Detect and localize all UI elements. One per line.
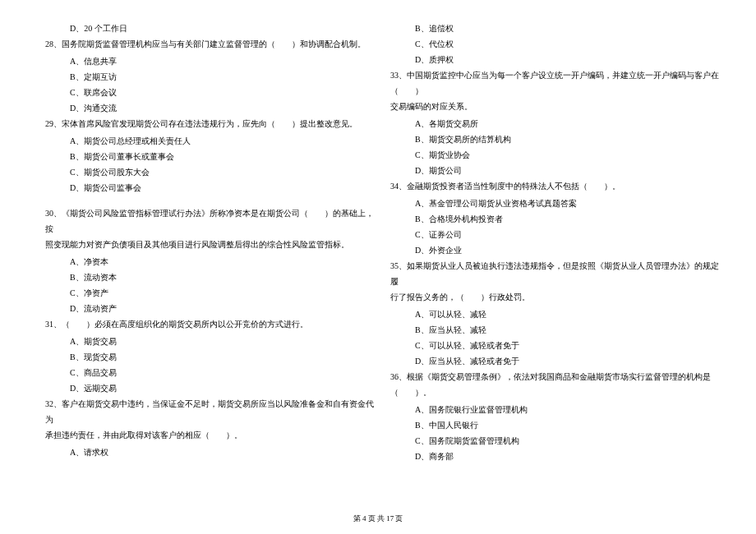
q34-option-c: C、证券公司 xyxy=(390,227,719,242)
q36-option-b: B、中国人民银行 xyxy=(390,417,719,433)
q31-option-a: A、期货交易 xyxy=(45,334,374,349)
q35-text: 35、如果期货从业人员被迫执行违法违规指令，但是按照《期货从业人员管理办法》的规… xyxy=(390,258,719,289)
q30-text: 30、《期货公司风险监管指标管理试行办法》所称净资本是在期货公司（ ）的基础上，… xyxy=(45,205,374,237)
q36-text: 36、根据《期货交易管理条例》，依法对我国商品和金融期货市场实行监督管理的机构是 xyxy=(390,369,719,384)
question-32: 32、客户在期货交易中违约，当保证金不足时，期货交易所应当以风险准备金和自有资金… xyxy=(45,396,374,443)
q31-option-b: B、现货交易 xyxy=(45,349,374,365)
q32-option-c: C、代位权 xyxy=(390,36,719,52)
question-34: 34、金融期货投资者适当性制度中的特殊法人不包括（ ）。 xyxy=(390,178,719,194)
q33-text2: 交易编码的对应关系。 xyxy=(390,99,719,114)
q31-option-c: C、商品交易 xyxy=(45,365,374,380)
q34-text: 34、金融期货投资者适当性制度中的特殊法人不包括（ ）。 xyxy=(390,178,719,194)
q29-option-a: A、期货公司总经理或相关责任人 xyxy=(45,133,374,149)
question-28: 28、国务院期货监督管理机构应当与有关部门建立监督管理的（ ）和协调配合机制。 xyxy=(45,36,374,52)
q31-text: 31、（ ）必须在高度组织化的期货交易所内以公开竞价的方式进行。 xyxy=(45,316,374,332)
q29-option-b: B、期货公司董事长或董事会 xyxy=(45,149,374,164)
question-31: 31、（ ）必须在高度组织化的期货交易所内以公开竞价的方式进行。 xyxy=(45,316,374,332)
q27-option-d: D、20 个工作日 xyxy=(45,21,374,36)
q29-option-c: C、期货公司股东大会 xyxy=(45,164,374,180)
q32-text2: 承担违约责任，并由此取得对该客户的相应（ ）。 xyxy=(45,427,374,443)
q32-option-d: D、质押权 xyxy=(390,52,719,67)
question-29: 29、宋体首席风险官发现期货公司存在违法违规行为，应先向（ ）提出整改意见。 xyxy=(45,116,374,131)
q28-option-d: D、沟通交流 xyxy=(45,100,374,116)
q35-text2: 行了报告义务的，（ ）行政处罚。 xyxy=(390,289,719,305)
q35-option-c: C、可以从轻、减轻或者免于 xyxy=(390,338,719,353)
q31-option-d: D、远期交易 xyxy=(45,380,374,396)
left-column: D、20 个工作日 28、国务院期货监督管理机构应当与有关部门建立监督管理的（ … xyxy=(45,21,374,464)
q33-option-d: D、期货公司 xyxy=(390,163,719,178)
q28-text: 28、国务院期货监督管理机构应当与有关部门建立监督管理的（ ）和协调配合机制。 xyxy=(45,36,374,52)
q33-option-c: C、期货业协会 xyxy=(390,147,719,163)
q33-option-b: B、期货交易所的结算机构 xyxy=(390,131,719,147)
right-column: B、追偿权 C、代位权 D、质押权 33、中国期货监控中心应当为每一个客户设立统… xyxy=(390,21,719,464)
document-page: D、20 个工作日 28、国务院期货监督管理机构应当与有关部门建立监督管理的（ … xyxy=(0,0,756,489)
q32-text: 32、客户在期货交易中违约，当保证金不足时，期货交易所应当以风险准备金和自有资金… xyxy=(45,396,374,427)
q30-option-b: B、流动资本 xyxy=(45,269,374,285)
q29-text: 29、宋体首席风险官发现期货公司存在违法违规行为，应先向（ ）提出整改意见。 xyxy=(45,116,374,131)
q30-option-c: C、净资产 xyxy=(45,285,374,301)
question-33: 33、中国期货监控中心应当为每一个客户设立统一开户编码，并建立统一开户编码与客户… xyxy=(390,67,719,114)
question-35: 35、如果期货从业人员被迫执行违法违规指令，但是按照《期货从业人员管理办法》的规… xyxy=(390,258,719,305)
q36-text2: （ ）。 xyxy=(390,384,719,400)
q30-option-d: D、流动资产 xyxy=(45,301,374,316)
q36-option-d: D、商务部 xyxy=(390,449,719,464)
page-footer: 第 4 页 共 17 页 xyxy=(0,513,756,524)
q36-option-a: A、国务院银行业监督管理机构 xyxy=(390,402,719,417)
q33-option-a: A、各期货交易所 xyxy=(390,116,719,131)
q28-option-a: A、信息共享 xyxy=(45,53,374,69)
q32-option-b: B、追偿权 xyxy=(390,21,719,36)
q36-option-c: C、国务院期货监督管理机构 xyxy=(390,433,719,449)
q28-option-b: B、定期互访 xyxy=(45,69,374,85)
q28-option-c: C、联席会议 xyxy=(45,85,374,100)
q35-option-a: A、可以从轻、减轻 xyxy=(390,306,719,322)
q32-option-a: A、请求权 xyxy=(45,444,374,460)
q33-text: 33、中国期货监控中心应当为每一个客户设立统一开户编码，并建立统一开户编码与客户… xyxy=(390,67,719,99)
question-30: 30、《期货公司风险监管指标管理试行办法》所称净资本是在期货公司（ ）的基础上，… xyxy=(45,205,374,252)
question-36: 36、根据《期货交易管理条例》，依法对我国商品和金融期货市场实行监督管理的机构是… xyxy=(390,369,719,400)
q34-option-b: B、合格境外机构投资者 xyxy=(390,211,719,227)
q34-option-d: D、外资企业 xyxy=(390,242,719,258)
q30-option-a: A、净资本 xyxy=(45,254,374,269)
q34-option-a: A、基金管理公司期货从业资格考试真题答案 xyxy=(390,196,719,211)
spacer xyxy=(45,196,374,205)
q35-option-d: D、应当从轻、减轻或者免于 xyxy=(390,353,719,369)
q30-text2: 照变现能力对资产负债项目及其他项目进行风险调整后得出的综合性风险监管指标。 xyxy=(45,237,374,252)
q35-option-b: B、应当从轻、减轻 xyxy=(390,322,719,338)
q29-option-d: D、期货公司监事会 xyxy=(45,180,374,196)
